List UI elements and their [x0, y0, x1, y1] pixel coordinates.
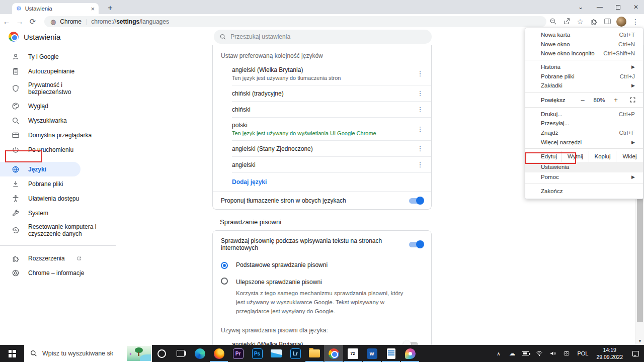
puzzle-icon [12, 254, 20, 262]
window-close-button[interactable]: ✕ [626, 0, 644, 14]
sidebar-item-reset[interactable]: Resetowanie komputera i czyszczenie dany… [0, 220, 106, 240]
bookmark-star-icon[interactable]: ☆ [576, 17, 585, 26]
menu-item-new-window[interactable]: Nowe oknoCtrl+N [525, 40, 643, 49]
tab-close-icon[interactable]: × [91, 5, 95, 13]
sidebar-item-system[interactable]: System [0, 206, 116, 220]
minimize-button[interactable]: — [590, 0, 610, 14]
onedrive-cloud-icon[interactable]: ☁ [505, 350, 519, 357]
menu-item-exit[interactable]: Zakończ [525, 186, 643, 197]
7zip-button[interactable]: 7z [343, 345, 362, 362]
language-indicator[interactable]: POL [573, 350, 592, 356]
wifi-icon[interactable] [532, 350, 546, 357]
paint3d-button[interactable] [400, 345, 420, 362]
extensions-puzzle-icon[interactable] [589, 17, 598, 26]
cortana-icon [157, 349, 166, 358]
enhanced-spellcheck-radio[interactable] [221, 278, 228, 285]
task-view-button[interactable] [171, 345, 190, 362]
spellcheck-master-toggle[interactable] [409, 242, 423, 247]
firefox-button[interactable] [209, 345, 228, 362]
restore-button[interactable] [608, 0, 628, 14]
menu-item-downloads[interactable]: Pobrane plikiCtrl+J [525, 71, 643, 81]
premiere-button[interactable]: Pr [228, 345, 248, 362]
reload-icon[interactable]: ⟳ [26, 17, 39, 26]
language-kebab-icon[interactable]: ⋮ [414, 125, 426, 133]
offer-translate-toggle[interactable] [409, 198, 423, 204]
sidebar-item-accessibility[interactable]: Ułatwienia dostępu [0, 191, 116, 206]
language-kebab-icon[interactable]: ⋮ [414, 89, 426, 97]
writer-button[interactable] [381, 345, 400, 362]
mail-button[interactable] [267, 345, 286, 362]
browser-tab[interactable]: ⚙ Ustawienia × [12, 3, 99, 14]
cut-button[interactable]: Wytnij [561, 151, 589, 162]
menu-item-history[interactable]: Historia▶ [525, 62, 643, 72]
language-kebab-icon[interactable]: ⋮ [414, 106, 426, 113]
menu-item-help[interactable]: Pomoc▶ [525, 172, 643, 182]
sidebar-item-autofill[interactable]: Autouzupełnianie [0, 64, 116, 78]
back-icon[interactable]: ← [0, 17, 13, 26]
language-kebab-icon[interactable]: ⋮ [414, 161, 426, 168]
menu-item-more-tools[interactable]: Więcej narzędzi▶ [525, 137, 643, 147]
copy-button[interactable]: Kopiuj [589, 151, 616, 162]
menu-item-find[interactable]: ZnajdźCtrl+F [525, 128, 643, 138]
offer-translate-row: Proponuj tłumaczenie stron w obcych języ… [213, 192, 431, 209]
profile-avatar[interactable] [616, 17, 626, 27]
menu-item-settings[interactable]: Ustawienia [525, 162, 643, 172]
sidebar-item-on-startup[interactable]: Po uruchomieniu [0, 142, 116, 157]
scrollbar-down-arrow-icon[interactable]: ▼ [636, 339, 644, 343]
file-explorer-button[interactable] [305, 345, 324, 362]
sidebar-item-appearance[interactable]: Wygląd [0, 99, 116, 113]
side-panel-icon[interactable] [603, 17, 612, 26]
new-tab-button[interactable]: + [105, 4, 116, 13]
basic-spellcheck-radio[interactable] [221, 262, 228, 269]
scrollbar-thumb[interactable] [637, 187, 643, 322]
add-languages-link[interactable]: Dodaj języki [232, 173, 431, 192]
sidebar-item-languages[interactable]: Języki [0, 162, 80, 176]
action-center-button[interactable] [627, 351, 644, 356]
settings-search-input[interactable] [230, 33, 426, 40]
forward-icon[interactable]: → [13, 17, 26, 26]
menu-item-bookmarks[interactable]: Zakładki▶ [525, 81, 643, 90]
sidebar-item-extensions[interactable]: Rozszerzenia [0, 251, 116, 265]
settings-search[interactable] [214, 30, 432, 44]
battery-icon[interactable] [519, 351, 532, 355]
share-icon[interactable] [562, 17, 571, 26]
paste-button[interactable]: Wklej [616, 151, 643, 162]
sidebar-item-search-engine[interactable]: Wyszukiwarka [0, 113, 116, 128]
address-bar[interactable]: ◍ Chrome | chrome://settings/languages [44, 16, 546, 27]
chrome-icon [329, 348, 339, 359]
photoshop-icon: Ps [252, 348, 263, 359]
start-button[interactable] [0, 345, 24, 362]
shield-icon [12, 84, 20, 93]
language-kebab-icon[interactable]: ⋮ [414, 70, 426, 77]
sidebar-item-you-and-google[interactable]: Ty i Google [0, 49, 116, 64]
clock[interactable]: 14:19 29.09.2022 [592, 346, 627, 360]
menu-item-new-incognito[interactable]: Nowe okno incognitoCtrl+Shift+N [525, 49, 643, 58]
browser-menu-kebab-icon[interactable]: ⋮ [631, 17, 640, 26]
sidebar-item-about-chrome[interactable]: Chrome – informacje [0, 265, 116, 280]
tab-search-chevron-icon[interactable]: ⌄ [571, 0, 591, 14]
word-button[interactable]: w [362, 345, 381, 362]
taskbar-search-input[interactable] [42, 350, 113, 357]
edge-button[interactable] [190, 345, 209, 362]
zoom-plus-button[interactable]: + [608, 96, 623, 104]
menu-item-new-tab[interactable]: Nowa kartaCtrl+T [525, 30, 643, 40]
cortana-button[interactable] [152, 345, 171, 362]
photoshop-button[interactable]: Ps [248, 345, 267, 362]
lightroom-button[interactable]: Lr [286, 345, 305, 362]
chrome-button[interactable] [324, 345, 343, 362]
connect-display-icon[interactable] [559, 350, 573, 357]
menu-item-print[interactable]: Drukuj...Ctrl+P [525, 110, 643, 119]
sidebar-item-downloads[interactable]: Pobrane pliki [0, 176, 116, 191]
menu-item-cast[interactable]: Przesyłaj... [525, 119, 643, 128]
wrench-icon [12, 209, 20, 217]
firefox-icon [214, 348, 224, 359]
fullscreen-icon[interactable] [629, 97, 636, 103]
language-kebab-icon[interactable]: ⋮ [414, 145, 426, 152]
taskbar-search[interactable]: ✦ [24, 345, 152, 362]
tray-expand-chevron-icon[interactable]: ∧ [492, 351, 505, 356]
volume-icon[interactable] [546, 350, 559, 357]
zoom-out-icon[interactable] [548, 17, 557, 26]
sidebar-item-privacy[interactable]: Prywatność i bezpieczeństwo [0, 78, 96, 99]
sidebar-item-default-browser[interactable]: Domyślna przeglądarka [0, 128, 116, 142]
zoom-minus-button[interactable]: – [575, 96, 590, 104]
